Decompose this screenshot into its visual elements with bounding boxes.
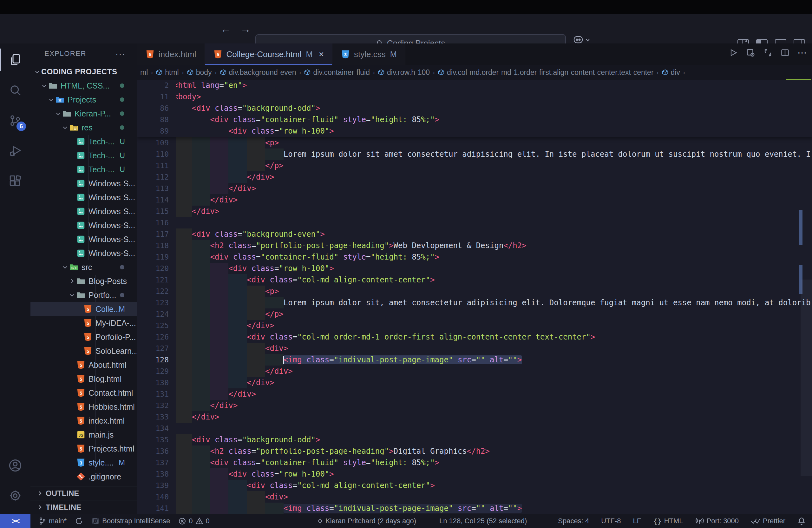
outline-section-header[interactable]: OUTLINE	[30, 486, 137, 500]
code-line-136[interactable]: 136 <h2 class="portfolio-post-page-headi…	[137, 445, 812, 457]
tree-item-sololearn-[interactable]: 5SoloLearn...	[30, 344, 137, 358]
tree-item-portfo-[interactable]: Portfo...	[30, 288, 137, 302]
code-line-125[interactable]: 125 </div>	[137, 320, 812, 331]
sticky-line-88[interactable]: 88 <div class="container-fluid" style="h…	[137, 114, 812, 125]
code-line-139[interactable]: 139 <div class="col-md align-content-cen…	[137, 480, 812, 491]
open-changes-icon[interactable]	[746, 48, 755, 57]
git-branch-item[interactable]: main*	[39, 517, 67, 525]
activity-extensions[interactable]	[0, 168, 30, 195]
code-line-129[interactable]: 129 </div>	[137, 366, 812, 377]
tree-item-tech-[interactable]: Tech-...U	[30, 148, 137, 162]
notifications-bell-icon[interactable]	[797, 517, 806, 525]
tree-item-blog-posts[interactable]: Blog-Posts	[30, 274, 137, 288]
code-line-124[interactable]: 124 </p>	[137, 309, 812, 320]
compare-changes-icon[interactable]	[763, 48, 773, 57]
cursor-position-item[interactable]: Ln 128, Col 25 (52 selected)	[439, 517, 527, 525]
sticky-line-89[interactable]: 89 <div class="row h-100">	[137, 125, 812, 137]
live-server-port-item[interactable]: Port: 3000	[695, 517, 739, 525]
code-line-127[interactable]: 127 <div>	[137, 343, 812, 354]
tree-item-porfoilo-p-[interactable]: 5Porfoilo-P...	[30, 330, 137, 344]
tree-item-blog-html[interactable]: 5Blog.html	[30, 372, 137, 386]
code-line-137[interactable]: 137 <div class="container-fluid" style="…	[137, 457, 812, 468]
tree-item-windows-s-[interactable]: Windows-S...	[30, 190, 137, 204]
editor-scrollbar[interactable]	[801, 280, 812, 476]
tree-item-html-css-[interactable]: HTML, CSS...	[30, 79, 137, 92]
code-line-112[interactable]: 112 </div>	[137, 171, 812, 183]
code-line-130[interactable]: 130 </div>	[137, 377, 812, 388]
tab-college-course-html[interactable]: 5College-Course.htmlM×	[205, 43, 333, 65]
tab-index-html[interactable]: 5index.html	[137, 43, 205, 65]
tree-item-index-html[interactable]: 5index.html	[30, 414, 137, 428]
close-icon[interactable]: ×	[319, 49, 324, 59]
tree-item-windows-s-[interactable]: Windows-S...	[30, 232, 137, 246]
activity-explorer[interactable]	[0, 46, 30, 73]
code-line-128[interactable]: 128 <img class="indivual-post-page-image…	[137, 354, 812, 366]
timeline-section-header[interactable]: TIMELINE	[30, 500, 137, 514]
tree-item-style-[interactable]: 3style....M	[30, 456, 137, 470]
tree-item-src[interactable]: </>src	[30, 260, 137, 274]
tree-item-projects[interactable]: Projects	[30, 92, 137, 106]
language-mode-item[interactable]: {​} HTML	[653, 517, 683, 525]
code-line-118[interactable]: 118 <h2 class="portfolio-post-page-headi…	[137, 240, 812, 251]
prettier-item[interactable]: Prettier	[751, 517, 785, 525]
more-actions-icon[interactable]: ⋯	[797, 47, 808, 58]
activity-source-control[interactable]: 6	[0, 107, 30, 134]
tree-item--gitignore[interactable]: .gitignore	[30, 470, 137, 484]
explorer-more-icon[interactable]: ···	[115, 49, 126, 59]
activity-settings[interactable]	[0, 482, 30, 509]
git-blame-item[interactable]: Kieran Pritchard (2 days ago)	[317, 517, 416, 526]
tree-item-hobbies-html[interactable]: 5Hobbies.html	[30, 400, 137, 414]
sticky-line-2[interactable]: 2<html lang="en">	[137, 80, 812, 91]
indentation-item[interactable]: Spaces: 4	[558, 517, 589, 525]
bootstrap-intellisense-item[interactable]: B Bootstrap IntelliSense	[91, 517, 170, 525]
code-line-116[interactable]: 116	[137, 217, 812, 228]
sticky-line-11[interactable]: 11<body>	[137, 91, 812, 102]
code-line-109[interactable]: 109 <p>	[137, 137, 812, 148]
code-line-119[interactable]: 119 <div class="container-fluid" style="…	[137, 251, 812, 263]
activity-account[interactable]	[0, 452, 30, 479]
activity-search[interactable]	[0, 76, 30, 104]
tree-item-windows-s-[interactable]: Windows-S...	[30, 246, 137, 260]
tab-style-css[interactable]: 3style.cssM	[332, 43, 405, 65]
code-line-134[interactable]: 134	[137, 423, 812, 434]
breadcrumb-item[interactable]: div.row.h-100	[378, 68, 430, 77]
breadcrumb-item[interactable]: html	[156, 68, 178, 77]
code-editor[interactable]: 2<html lang="en">11<body>86 <div class="…	[137, 80, 812, 514]
code-line-141[interactable]: 141 <img class="indivual-post-page-image…	[137, 503, 812, 514]
code-line-135[interactable]: 135 <div class="background-odd">	[137, 434, 812, 445]
breadcrumb-item[interactable]: body	[187, 68, 212, 77]
tree-item-contact-html[interactable]: 5Contact.html	[30, 386, 137, 400]
tree-item-windows-s-[interactable]: Windows-S...	[30, 218, 137, 232]
sticky-line-86[interactable]: 86 <div class="background-odd">	[137, 102, 812, 114]
code-line-111[interactable]: 111 </p>	[137, 160, 812, 171]
tree-item-main-js[interactable]: JSmain.js	[30, 428, 137, 442]
code-line-123[interactable]: 123 Lorem ipsum dolor sit, amet consecte…	[137, 297, 812, 309]
code-line-114[interactable]: 114 </div>	[137, 194, 812, 205]
breadcrumb-item[interactable]: ml	[140, 68, 148, 77]
breadcrumb-item[interactable]: div.container-fluid	[304, 68, 370, 77]
tree-item-my-idea-[interactable]: 5My-iDEA-...	[30, 316, 137, 330]
run-file-icon[interactable]	[729, 48, 738, 57]
code-line-122[interactable]: 122 <p>	[137, 286, 812, 297]
tree-item-tech-[interactable]: Tech-...U	[30, 162, 137, 176]
split-editor-icon[interactable]	[781, 48, 789, 57]
breadcrumb-item[interactable]: div	[662, 68, 680, 77]
sync-icon[interactable]	[75, 517, 83, 525]
remote-indicator[interactable]: ><	[0, 514, 30, 528]
code-line-115[interactable]: 115 </div>	[137, 205, 812, 217]
code-line-110[interactable]: 110 Lorem ipsum dolor sit amet consectet…	[137, 148, 812, 160]
code-line-120[interactable]: 120 <div class="row h-100">	[137, 263, 812, 274]
breadcrumb-item[interactable]: div.background-even	[220, 68, 296, 77]
activity-run-debug[interactable]	[0, 138, 30, 165]
tree-item-res[interactable]: res	[30, 120, 137, 134]
eol-item[interactable]: LF	[633, 517, 641, 525]
code-line-121[interactable]: 121 <div class="col-md align-content-cen…	[137, 274, 812, 286]
breadcrumb-item[interactable]: div.col-md.order-md-1.order-first.align-…	[438, 68, 653, 77]
code-line-117[interactable]: 117 <div class="background-even">	[137, 228, 812, 240]
code-line-126[interactable]: 126 <div class="col-md order-md-1 order-…	[137, 331, 812, 343]
encoding-item[interactable]: UTF-8	[601, 517, 621, 525]
code-line-131[interactable]: 131 </div>	[137, 388, 812, 400]
back-arrow-icon[interactable]: ←	[219, 22, 233, 36]
code-line-140[interactable]: 140 <div>	[137, 491, 812, 503]
tree-item-windows-s-[interactable]: Windows-S...	[30, 176, 137, 190]
